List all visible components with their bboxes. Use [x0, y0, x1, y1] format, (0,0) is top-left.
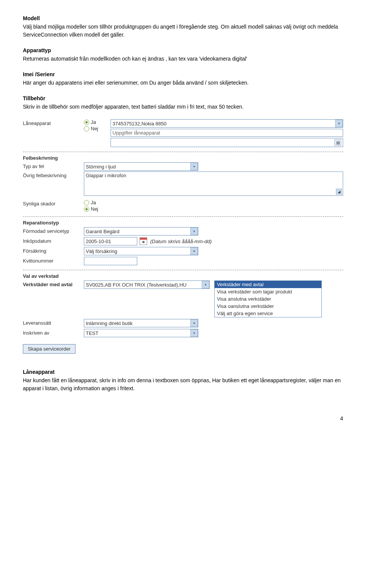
synliga-yes-label: Ja: [91, 200, 96, 205]
kvittonummer-input[interactable]: [84, 257, 137, 265]
verkstad-filter-listbox[interactable]: Verkstäder med avtal Visa verkstäder som…: [214, 280, 322, 317]
ovrig-fel-label: Övrig felbeskrivning: [23, 171, 84, 178]
form-screenshot: Låneapparat Ja Nej 3745375132,Nokia 8850…: [23, 119, 343, 354]
heading-apparattyp: Apparattyp: [23, 47, 343, 53]
formodad-label: Förmodad servicetyp: [23, 227, 84, 234]
inskriven-av-value: TEST: [86, 330, 98, 336]
body-laneapparat: Har kunden fått en låneapparat, skriv in…: [23, 377, 343, 393]
inkopsdatum-input[interactable]: 2005-10-01: [84, 237, 137, 245]
divider: [23, 270, 343, 270]
chevron-down-icon: ▾: [190, 228, 198, 235]
body-apparattyp: Returneras automatiskt från modellkoden …: [23, 55, 343, 63]
loan-yes-label: Ja: [91, 119, 96, 125]
loan-desc-readonly: Uppgifter låneapparat: [111, 129, 343, 137]
loan-info-input[interactable]: ▤: [111, 138, 343, 147]
chevron-down-icon: ▾: [190, 247, 198, 255]
loan-label: Låneapparat: [23, 119, 84, 126]
ovrig-fel-value: Glappar i mikrofon: [86, 173, 126, 178]
body-imei: Här anger du apparatens imei eller serie…: [23, 79, 343, 87]
loan-device-select[interactable]: 3745375132,Nokia 8850 ▾: [111, 119, 343, 128]
loan-no-label: Nej: [91, 126, 98, 131]
reparationstyp-heading: Reparationstyp: [23, 220, 343, 226]
calendar-icon[interactable]: ▦: [140, 237, 147, 245]
inskriven-av-label: Inskriven av: [23, 329, 84, 336]
radio-selected-icon: [84, 207, 89, 212]
forsakring-select[interactable]: Välj försäkring ▾: [84, 247, 198, 255]
loan-radio-no[interactable]: Nej: [84, 126, 111, 131]
synliga-no-label: Nej: [91, 206, 98, 212]
page-number: 4: [23, 415, 343, 421]
divider: [23, 216, 343, 217]
inkopsdatum-note: (Datum skrivs åååå-mm-dd): [150, 239, 212, 244]
chevron-down-icon: ▾: [202, 281, 209, 288]
inskriven-av-select[interactable]: TEST ▾: [84, 329, 198, 337]
formodad-value: Garanti Begärd: [86, 229, 119, 234]
loan-radio-yes[interactable]: Ja: [84, 119, 111, 125]
picker-icon[interactable]: ▤: [334, 139, 341, 146]
resize-handle-icon[interactable]: ◢: [336, 189, 342, 195]
chevron-down-icon: ▾: [335, 120, 343, 127]
heading-tillbehor: Tillbehör: [23, 95, 343, 101]
felbeskrivning-heading: Felbeskrivning: [23, 155, 343, 161]
list-item[interactable]: Visa verkstäder som lagar produkt: [215, 288, 321, 295]
heading-modell: Modell: [23, 15, 343, 21]
chevron-down-icon: ▾: [190, 319, 198, 327]
verkstader-avtal-label: Verkstäder med avtal: [23, 280, 84, 287]
chevron-down-icon: ▾: [190, 163, 198, 170]
heading-imei: Imei /Serienr: [23, 71, 343, 77]
list-item[interactable]: Välj att göra egen service: [215, 310, 321, 317]
body-modell: Välj bland möjliga modeller som tillhör …: [23, 23, 343, 39]
body-tillbehor: Skriv in de tillbehör som medföljer appa…: [23, 103, 343, 111]
divider: [23, 152, 343, 152]
loan-device-value: 3745375132,Nokia 8850: [112, 121, 167, 127]
list-item[interactable]: Verkstäder med avtal: [215, 281, 321, 288]
leveranssatt-label: Leveranssätt: [23, 319, 84, 326]
forsakring-label: Försäkring: [23, 247, 84, 254]
skapa-serviceorder-button[interactable]: Skapa serviceorder: [23, 344, 75, 354]
leveranssatt-value: Inlämning direkt butik: [86, 320, 133, 326]
val-av-verkstad-heading: Val av verkstad: [23, 273, 343, 279]
ovrig-fel-textarea[interactable]: Glappar i mikrofon ◢: [84, 171, 343, 196]
radio-icon: [84, 126, 89, 131]
leveranssatt-select[interactable]: Inlämning direkt butik ▾: [84, 319, 198, 327]
forsakring-value: Välj försäkring: [86, 248, 117, 254]
typ-av-fel-value: Störning i ljud: [86, 164, 116, 170]
kvittonummer-label: Kvittonummer: [23, 257, 84, 264]
synliga-radio-no[interactable]: Nej: [84, 206, 111, 212]
synliga-radio-yes[interactable]: Ja: [84, 200, 111, 205]
inkopsdatum-label: Inköpsdatum: [23, 237, 84, 244]
verkstad-select[interactable]: SV0025,AB FIX OCH TRIX (Testverkstad),HU…: [84, 280, 210, 289]
list-item[interactable]: Visa anslutna verkstäder: [215, 295, 321, 303]
typ-av-fel-select[interactable]: Störning i ljud ▾: [84, 162, 198, 171]
synliga-skador-label: Synliga skador: [23, 200, 84, 207]
typ-av-fel-label: Typ av fel: [23, 162, 84, 169]
verkstad-value: SV0025,AB FIX OCH TRIX (Testverkstad),HU: [86, 282, 186, 288]
heading-laneapparat: Låneapparat: [23, 369, 343, 375]
formodad-select[interactable]: Garanti Begärd ▾: [84, 227, 198, 236]
chevron-down-icon: ▾: [190, 329, 198, 337]
radio-selected-icon: [84, 120, 89, 125]
inkopsdatum-value: 2005-10-01: [86, 239, 111, 244]
loan-desc-placeholder: Uppgifter låneapparat: [112, 130, 160, 136]
list-item[interactable]: Visa oanslutna verkstäder: [215, 303, 321, 310]
radio-icon: [84, 200, 89, 205]
